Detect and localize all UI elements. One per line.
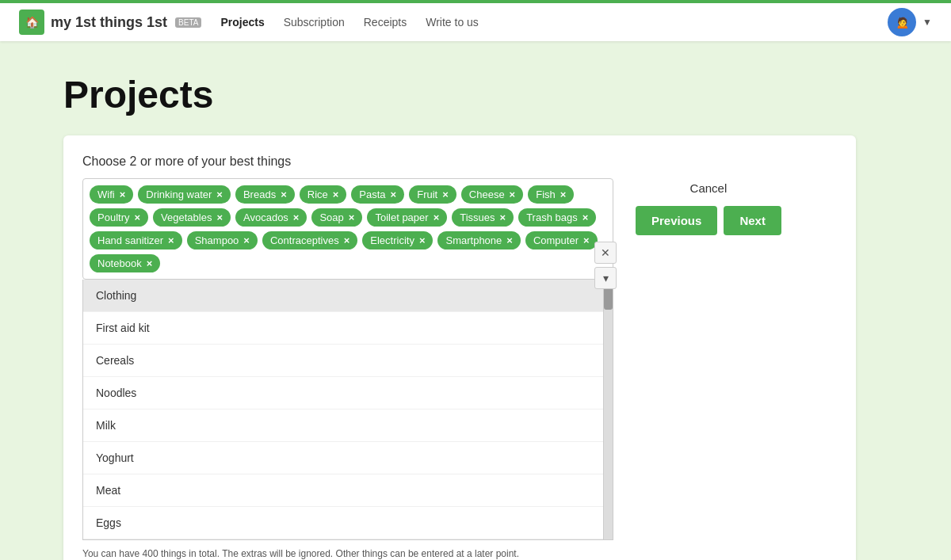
tag-label: Smartphone [445,234,502,246]
tag-label: Shampoo [195,234,239,246]
tag-item[interactable]: Shampoo× [187,231,258,250]
tag-item[interactable]: Cheese× [461,185,523,204]
tag-item[interactable]: Vegetables× [153,208,231,227]
projects-card: Choose 2 or more of your best things Wif… [63,135,856,560]
tag-remove-button[interactable]: × [216,189,223,200]
multi-select-wrapper: Wifi×Drinking water×Breads×Rice×Pasta×Fr… [82,178,837,540]
dropdown-list-item[interactable]: Noodles [83,377,603,410]
tag-label: Notebook [97,257,142,269]
tag-remove-button[interactable]: × [216,212,223,223]
nav-link-receipts[interactable]: Receipts [364,16,407,29]
tag-remove-button[interactable]: × [433,212,440,223]
tag-item[interactable]: Drinking water× [138,185,231,204]
tag-remove-button[interactable]: × [506,235,513,246]
tag-remove-button[interactable]: × [120,189,126,200]
tag-item[interactable]: Hand sanitizer× [90,231,182,250]
tag-item[interactable]: Notebook× [90,254,160,272]
tag-remove-button[interactable]: × [582,212,589,223]
tag-remove-button[interactable]: × [243,235,250,246]
tag-item[interactable]: Tissues× [452,208,514,227]
tag-item[interactable]: Toilet paper× [367,208,447,227]
tag-remove-button[interactable]: × [134,212,140,223]
tag-remove-button[interactable]: × [293,212,300,223]
tags-box[interactable]: Wifi×Drinking water×Breads×Rice×Pasta×Fr… [82,178,613,280]
tag-remove-button[interactable]: × [344,235,350,246]
card-instruction: Choose 2 or more of your best things [82,154,837,169]
tag-item[interactable]: Wifi× [90,185,133,204]
tag-label: Wifi [97,189,115,200]
nav-buttons: Previous Next [636,206,781,235]
scrollbar[interactable] [603,280,613,539]
tag-item[interactable]: Fish× [528,185,574,204]
tag-item[interactable]: Soap× [311,208,362,227]
avatar-dropdown-arrow[interactable]: ▼ [922,17,932,28]
tag-label: Breads [243,189,276,200]
tag-item[interactable]: Electricity× [362,231,433,250]
tag-label: Trash bags [526,211,578,223]
dropdown-list-item[interactable]: Clothing [83,280,603,312]
dropdown-list-item[interactable]: Meat [83,474,603,507]
nav-item-projects[interactable]: Projects [220,15,264,29]
tag-remove-button[interactable]: × [419,235,426,246]
nav-link-projects[interactable]: Projects [220,16,264,29]
tag-item[interactable]: Fruit× [409,185,456,204]
tag-label: Tissues [460,211,495,223]
tag-remove-button[interactable]: × [168,235,174,246]
tag-item[interactable]: Trash bags× [518,208,596,227]
tag-remove-button[interactable]: × [333,189,339,200]
tag-remove-button[interactable]: × [147,258,153,269]
brand-icon: 🏠 [19,10,44,35]
tag-item[interactable]: Breads× [235,185,295,204]
dropdown-list: ClothingFirst aid kitCerealsNoodlesMilkY… [82,280,613,540]
tag-remove-button[interactable]: × [391,189,397,200]
tag-remove-button[interactable]: × [560,189,567,200]
tag-label: Soap [319,211,343,223]
brand: 🏠 my 1st things 1st BETA [19,10,201,35]
cancel-button[interactable]: Cancel [636,178,781,198]
previous-button[interactable]: Previous [636,206,717,235]
tag-label: Drinking water [146,189,212,200]
tag-label: Avocados [243,211,288,223]
tag-item[interactable]: Contraceptives× [262,231,357,250]
navbar: 🏠 my 1st things 1st BETA Projects Subscr… [0,0,951,41]
tag-remove-button[interactable]: × [510,189,516,200]
page-title: Projects [63,73,888,116]
tag-label: Hand sanitizer [97,234,163,246]
dropdown-list-item[interactable]: Milk [83,410,603,442]
tag-item[interactable]: Rice× [300,185,347,204]
nav-item-write-to-us[interactable]: Write to us [426,15,479,29]
tag-item[interactable]: Computer× [525,231,598,250]
dropdown-list-item[interactable]: Cereals [83,345,603,377]
expand-button[interactable]: ▾ [594,267,617,289]
tag-remove-button[interactable]: × [583,235,590,246]
tag-label: Electricity [370,234,414,246]
tag-item[interactable]: Avocados× [235,208,307,227]
nav-link-write-to-us[interactable]: Write to us [426,16,479,29]
nav-link-subscription[interactable]: Subscription [284,16,345,29]
tag-item[interactable]: Smartphone× [437,231,520,250]
tag-label: Contraceptives [270,234,339,246]
tag-remove-button[interactable]: × [349,212,355,223]
footer-note: You can have 400 things in total. The ex… [82,548,837,559]
tag-remove-button[interactable]: × [500,212,506,223]
tag-label: Pasta [359,189,385,200]
avatar[interactable]: 🙍 [888,8,916,36]
tag-label: Computer [533,234,579,246]
tag-remove-button[interactable]: × [281,189,287,200]
tag-item[interactable]: Pasta× [351,185,404,204]
tag-label: Vegetables [161,211,212,223]
tag-remove-button[interactable]: × [442,189,449,200]
dropdown-list-item[interactable]: Eggs [83,507,603,539]
tag-label: Fish [536,189,556,200]
dropdown-list-item[interactable]: First aid kit [83,312,603,345]
tag-label: Cheese [469,189,505,200]
dropdown-list-item[interactable]: Yoghurt [83,442,603,474]
tag-label: Toilet paper [375,211,428,223]
brand-text: my 1st things 1st [51,14,167,31]
clear-button[interactable]: ✕ [594,242,617,264]
nav-item-receipts[interactable]: Receipts [364,15,407,29]
tag-item[interactable]: Poultry× [90,208,148,227]
nav-item-subscription[interactable]: Subscription [284,15,345,29]
dropdown-container: Wifi×Drinking water×Breads×Rice×Pasta×Fr… [82,178,613,540]
next-button[interactable]: Next [724,206,781,235]
